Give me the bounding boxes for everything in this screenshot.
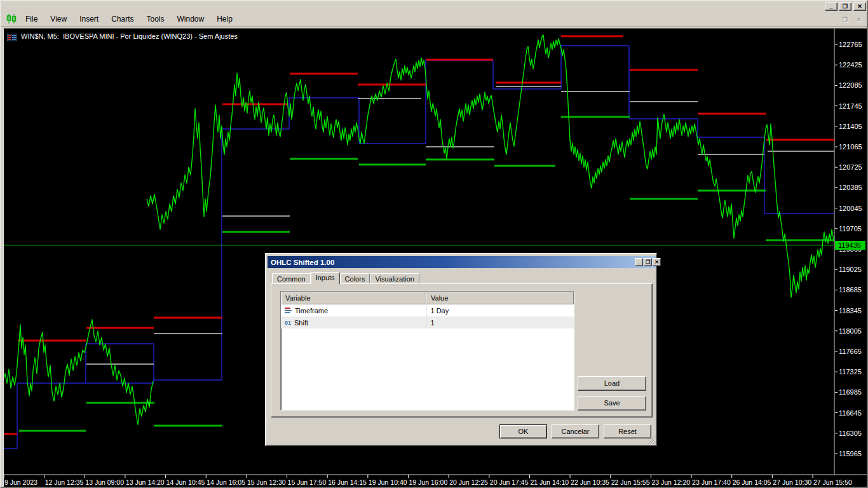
dialog-titlebar[interactable]: OHLC Shifted 1.00 [268,256,656,268]
dialog-restore-button[interactable]: ❐ [644,258,652,266]
column-header-value[interactable]: Value [426,292,574,304]
window-minimize-button[interactable]: _ [825,3,837,11]
price-axis-label: 122425 [839,61,862,69]
variable-name: Timeframe [295,307,328,315]
time-axis-label: 9 Jun 2023 [4,478,37,486]
indicator-dialog: OHLC Shifted 1.00 _ ❐ ✕ CommonInputsColo… [265,253,657,446]
price-axis-label: 121065 [839,143,862,151]
price-axis-label: 120385 [839,184,862,191]
price-axis-label: 117325 [839,368,862,376]
chart-restore-button[interactable]: ❐ [839,16,851,25]
chart-title: WIN$N, M5: IBOVESPA MINI - Por Liquidez … [21,32,238,40]
time-axis-label: 27 Jun 10:30 [773,478,811,486]
tab-colors[interactable]: Colors [340,273,370,284]
menu-item-tools[interactable]: Tools [140,13,171,25]
menu-item-charts[interactable]: Charts [105,13,140,25]
cancelar-button[interactable]: Cancelar [552,424,599,438]
time-axis-label: 20 Jun 12:25 [449,478,488,486]
menu-item-view[interactable]: View [44,13,73,25]
menu-item-insert[interactable]: Insert [73,13,105,25]
time-axis-label: 19 Jun 16:00 [409,478,448,486]
chart-close-button[interactable]: ✕ [853,16,865,25]
time-axis-label: 26 Jun 14:05 [733,478,771,486]
window-titlebar: _ ❐ ✕ [1,1,867,11]
price-axis-label: 120045 [839,205,862,212]
dialog-minimize-button[interactable]: _ [635,258,643,266]
time-axis-label: 22 Jun 10:35 [571,478,609,486]
chart-header: WIN$N, M5: IBOVESPA MINI - Por Liquidez … [7,31,238,41]
current-price-value: 119435 [838,241,861,249]
int-icon: 01 [285,320,291,326]
time-axis-label: 15 Jun 17:50 [288,478,327,486]
variable-name: Shift [294,319,308,327]
ok-button[interactable]: OK [499,424,547,438]
price-axis-label: 121745 [839,102,862,110]
tab-visualization[interactable]: Visualization [370,273,419,284]
price-axis-label: 118685 [839,286,862,294]
time-axis-label: 14 Jun 10:45 [166,478,205,486]
time-axis-label: 22 Jun 15:55 [611,478,650,486]
menu-item-file[interactable]: File [19,13,44,25]
price-axis-label: 119025 [839,266,862,273]
price-axis-label: 119705 [839,225,862,233]
menu-item-window[interactable]: Window [171,13,211,25]
variables-table: VariableValueTimeframe1 Day01Shift1 [280,291,574,410]
dialog-tabs: CommonInputsColorsVisualization [272,272,419,284]
window-restore-button[interactable]: ❐ [839,3,851,11]
table-row-shift[interactable]: 01Shift1 [281,316,574,329]
time-axis-label: 21 Jun 14:10 [530,478,569,486]
time-axis-label: 20 Jun 17:45 [490,478,529,486]
dialog-close-button[interactable]: ✕ [653,258,661,266]
time-axis-label: 19 Jun 10:40 [369,478,407,486]
application-window: _ ❐ ✕ FileViewInsertChartsToolsWindowHel… [0,0,868,488]
reset-button[interactable]: Reset [604,424,651,438]
price-axis-label: 116985 [839,388,862,396]
dialog-resize-grip[interactable] [646,435,654,444]
time-axis-label: 14 Jun 16:05 [207,478,245,486]
variable-value[interactable]: 1 [431,319,435,327]
variable-value[interactable]: 1 Day [431,307,449,315]
dialog-title: OHLC Shifted 1.00 [271,259,334,266]
time-axis-label: 13 Jun 09:00 [85,478,124,486]
time-axis-label: 12 Jun 12:35 [45,478,84,486]
inputs-tab-panel: VariableValueTimeframe1 Day01Shift1 Load… [271,283,653,417]
price-axis-label: 121405 [839,123,862,130]
time-axis-label: 27 Jun 15:50 [813,478,852,486]
enum-icon [285,308,292,314]
time-axis-label: 23 Jun 12:20 [651,478,690,486]
column-header-variable[interactable]: Variable [281,292,426,304]
price-axis-label: 116305 [839,430,862,437]
menu-item-help[interactable]: Help [210,13,239,25]
chart-minimize-button[interactable]: _ [825,16,837,25]
table-row-timeframe[interactable]: Timeframe1 Day [281,304,574,316]
tab-common[interactable]: Common [272,273,311,284]
menu-items: FileViewInsertChartsToolsWindowHelp [19,11,239,27]
price-axis-label: 118005 [839,327,862,335]
price-axis-label: 122765 [839,41,862,48]
load-button[interactable]: Load [578,376,646,391]
price-axis-label: 117665 [839,348,862,355]
price-axis-label: 115965 [839,450,862,458]
price-axis-label: 118345 [839,307,862,315]
window-close-button[interactable]: ✕ [853,3,866,11]
chart-symbol-icon [7,32,17,40]
time-axis-label: 23 Jun 17:40 [692,478,731,486]
tab-inputs[interactable]: Inputs [311,272,340,284]
price-axis-label: 122085 [839,81,862,89]
price-series-left [4,320,153,424]
app-logo-icon [6,14,17,24]
price-axis-label: 116645 [839,409,862,417]
price-axis-label: 120725 [839,163,862,171]
menu-bar: FileViewInsertChartsToolsWindowHelp _ ❐ … [1,11,867,27]
time-axis-label: 13 Jun 14:20 [126,478,165,486]
save-button[interactable]: Save [578,396,646,410]
time-axis-label: 16 Jun 14:15 [328,478,367,486]
time-axis-label: 15 Jun 12:30 [247,478,286,486]
